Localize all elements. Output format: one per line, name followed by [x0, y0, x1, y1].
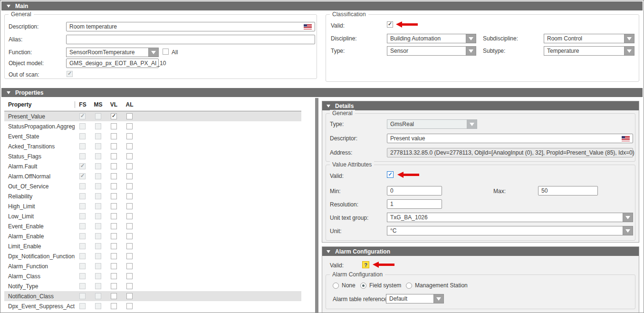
al-checkbox[interactable]	[126, 233, 133, 239]
property-row[interactable]: Alarm.Fault✓	[4, 161, 301, 171]
column-header-fs[interactable]: FS	[75, 101, 90, 108]
vl-checkbox[interactable]	[111, 193, 117, 199]
unit-text-group-dropdown[interactable]: TxG_BA_1026	[387, 213, 633, 222]
property-row[interactable]: Event_Enable	[4, 221, 301, 231]
subdiscipline-dropdown-button[interactable]	[624, 34, 634, 43]
function-dropdown[interactable]: SensorRoomTemperature	[66, 48, 159, 57]
property-row[interactable]: StatusPropagation.Aggregat	[4, 121, 301, 131]
description-input[interactable]: Room temperature	[66, 22, 315, 31]
al-checkbox[interactable]	[126, 153, 133, 159]
vl-checkbox[interactable]	[111, 253, 117, 259]
al-checkbox[interactable]	[126, 203, 133, 209]
radio-icon[interactable]	[406, 283, 412, 289]
alias-input[interactable]	[66, 35, 315, 44]
type-dropdown[interactable]: Sensor	[387, 46, 476, 56]
property-row[interactable]: Event_State	[4, 131, 301, 141]
al-checkbox[interactable]	[126, 163, 133, 169]
property-row[interactable]: Low_Limit	[4, 211, 301, 221]
property-row[interactable]: Reliability	[4, 191, 301, 201]
vl-checkbox[interactable]	[111, 143, 117, 149]
column-header-vl[interactable]: VL	[106, 101, 122, 108]
discipline-dropdown-button[interactable]	[466, 34, 476, 43]
vl-checkbox[interactable]	[111, 243, 117, 249]
al-checkbox[interactable]	[126, 223, 133, 229]
language-flag-icon[interactable]	[622, 136, 630, 141]
panel-splitter[interactable]	[315, 98, 318, 313]
al-checkbox[interactable]	[126, 303, 133, 309]
column-header-al[interactable]: AL	[122, 101, 137, 108]
radio-selected-icon[interactable]	[360, 283, 366, 289]
type-dropdown-button[interactable]	[466, 46, 476, 56]
al-checkbox[interactable]	[126, 113, 133, 119]
subtype-dropdown-button[interactable]	[624, 46, 634, 56]
radio-icon[interactable]	[333, 283, 339, 289]
vl-checkbox[interactable]	[111, 213, 117, 219]
al-checkbox[interactable]	[126, 273, 133, 279]
property-row[interactable]: Limit_Enable	[4, 241, 301, 251]
properties-section-header[interactable]: Properties	[1, 88, 643, 97]
vl-checkbox[interactable]	[111, 173, 117, 179]
al-checkbox[interactable]	[126, 123, 133, 129]
property-row[interactable]: Out_Of_Service	[4, 181, 301, 191]
alarm-table-reference-dropdown-button[interactable]	[433, 294, 444, 303]
al-checkbox[interactable]	[126, 253, 133, 259]
property-row[interactable]: Acked_Transitions	[4, 141, 301, 151]
function-dropdown-button[interactable]	[148, 48, 159, 57]
vl-checkbox[interactable]	[111, 263, 117, 269]
vl-checkbox[interactable]	[111, 283, 117, 289]
subtype-dropdown[interactable]: Temperature	[544, 46, 634, 56]
property-row[interactable]: Alarm_Enable	[4, 231, 301, 241]
vl-checkbox[interactable]	[111, 303, 117, 309]
vl-checkbox[interactable]	[111, 153, 117, 159]
radio-option-management-station[interactable]: Management Station	[406, 282, 468, 289]
alarm-table-reference-dropdown[interactable]: Default	[386, 294, 444, 303]
al-checkbox[interactable]	[126, 173, 133, 179]
property-row[interactable]: High_Limit	[4, 201, 301, 211]
property-row[interactable]: Status_Flags	[4, 151, 301, 161]
al-checkbox[interactable]	[126, 283, 133, 289]
vl-checkbox[interactable]	[111, 273, 117, 279]
unit-dropdown[interactable]: °C	[387, 226, 633, 235]
column-header-property[interactable]: Property	[4, 101, 75, 108]
unit-dropdown-button[interactable]	[623, 226, 633, 235]
classification-valid-checkbox[interactable]: ✓	[387, 21, 393, 28]
value-valid-checkbox[interactable]: ✓	[387, 171, 394, 178]
property-row[interactable]: Present_Value✓✓	[4, 111, 301, 121]
property-row[interactable]: Alarm.OffNormal✓	[4, 171, 301, 181]
al-checkbox[interactable]	[126, 263, 133, 269]
property-row[interactable]: Dpx_Notification_Function_S	[4, 251, 301, 261]
vl-checkbox[interactable]	[111, 233, 117, 239]
column-header-ms[interactable]: MS	[90, 101, 106, 108]
vl-checkbox[interactable]	[111, 203, 117, 209]
property-row[interactable]: Alarm_Class	[4, 271, 301, 281]
discipline-dropdown[interactable]: Building Automation	[387, 34, 476, 43]
al-checkbox[interactable]	[126, 243, 133, 249]
vl-checkbox[interactable]	[111, 183, 117, 189]
vl-checkbox[interactable]	[111, 163, 117, 169]
al-checkbox[interactable]	[126, 183, 133, 189]
al-checkbox[interactable]	[126, 143, 133, 149]
property-row[interactable]: Notify_Type	[4, 281, 301, 291]
property-row[interactable]: Dpx_Event_Suppress_Active	[4, 301, 301, 311]
min-input[interactable]: 0	[387, 186, 442, 196]
property-row[interactable]: Notification_Class	[4, 291, 301, 301]
vl-checkbox[interactable]	[111, 223, 117, 229]
language-flag-icon[interactable]	[304, 24, 312, 29]
details-panel-header[interactable]: Details	[322, 101, 639, 110]
alarm-panel-header[interactable]: Alarm Configuration	[322, 247, 639, 256]
property-row[interactable]: Alarm_Function	[4, 261, 301, 271]
descriptor-input[interactable]: Present value	[387, 134, 633, 143]
vl-checkbox[interactable]	[111, 133, 117, 139]
radio-option-field-system[interactable]: Field system	[360, 282, 401, 289]
al-checkbox[interactable]	[126, 213, 133, 219]
resolution-input[interactable]: 1	[387, 199, 442, 209]
object-model-input[interactable]: GMS_desigo_px_EOT_BA_PX_AI_10	[66, 59, 159, 68]
unit-text-group-dropdown-button[interactable]	[623, 213, 633, 222]
all-checkbox[interactable]	[163, 49, 169, 55]
subdiscipline-dropdown[interactable]: Room Control	[544, 34, 634, 43]
vl-checkbox[interactable]	[111, 293, 117, 299]
max-input[interactable]: 50	[538, 186, 598, 196]
al-checkbox[interactable]	[126, 133, 133, 139]
main-section-header[interactable]: Main	[1, 1, 643, 10]
vl-checkbox[interactable]	[111, 123, 117, 129]
